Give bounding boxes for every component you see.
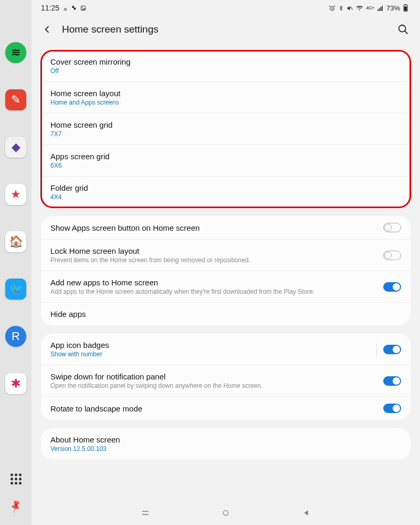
settings-content: Cover screen mirroringOffHome screen lay… (32, 43, 420, 525)
network-type: 4G+ (366, 5, 374, 11)
status-bar: 11:25 4G+ 73% (32, 0, 420, 16)
settings-row[interactable]: About Home screenVersion 12.5.00.103 (41, 428, 411, 459)
toggle-switch[interactable] (383, 223, 401, 232)
apps-drawer-icon[interactable] (10, 473, 22, 485)
row-description: Prevent items on the Home screen from be… (50, 256, 383, 264)
settings-card: About Home screenVersion 12.5.00.103 (41, 428, 411, 459)
settings-row[interactable]: Home screen grid7X7 (41, 114, 411, 145)
settings-card: Cover screen mirroringOffHome screen lay… (41, 50, 411, 208)
settings-row[interactable]: Show Apps screen button on Home screen (41, 216, 411, 240)
row-title: Swipe down for notification panel (50, 372, 383, 381)
wifi-icon (356, 5, 363, 12)
alarm-icon (329, 5, 335, 12)
search-button[interactable] (396, 22, 411, 37)
svg-rect-13 (404, 6, 407, 11)
row-title: Rotate to landscape mode (50, 404, 383, 413)
row-title: Lock Home screen layout (50, 246, 383, 255)
row-title: About Home screen (50, 435, 401, 444)
page-title: Home screen settings (62, 24, 159, 35)
settings-row[interactable]: Cover screen mirroringOff (41, 50, 411, 82)
row-title: Folder grid (50, 183, 401, 192)
home-button[interactable] (219, 507, 232, 519)
svg-rect-2 (74, 7, 76, 9)
edge-app-obsidian[interactable]: ◆ (5, 137, 26, 158)
row-subtitle: Off (50, 67, 401, 75)
row-description: Add apps to the Home screen automaticall… (50, 288, 383, 295)
bluetooth-icon (338, 5, 344, 12)
settings-row[interactable]: Rotate to landscape mode (41, 397, 411, 420)
settings-row[interactable]: Apps screen grid6X6 (41, 145, 411, 177)
row-subtitle: 7X7 (50, 130, 401, 138)
settings-row[interactable]: App icon badgesShow with number (41, 334, 411, 365)
row-title: Home screen layout (50, 89, 401, 98)
edge-app-r-app[interactable]: R (5, 326, 26, 347)
image-icon (80, 5, 86, 11)
row-title: Apps screen grid (50, 152, 401, 161)
back-nav-button[interactable] (300, 507, 312, 519)
svg-point-18 (223, 510, 228, 515)
toggle-switch[interactable] (383, 251, 401, 260)
edge-app-twitter[interactable]: 🐦 (5, 279, 26, 300)
svg-point-14 (399, 25, 406, 32)
svg-rect-0 (64, 9, 67, 10)
svg-rect-8 (379, 8, 380, 11)
settings-card: App icon badgesShow with numberSwipe dow… (41, 334, 411, 420)
row-title: App icon badges (50, 341, 376, 349)
svg-rect-10 (382, 6, 383, 11)
svg-rect-7 (377, 9, 379, 11)
mute-icon (346, 5, 353, 12)
screenshot-icon (71, 5, 77, 11)
toggle-switch[interactable] (383, 376, 401, 386)
row-subtitle: Show with number (50, 351, 376, 358)
settings-card: Show Apps screen button on Home screenLo… (41, 216, 411, 325)
row-subtitle: Version 12.5.00.103 (50, 445, 401, 452)
svg-line-15 (405, 31, 408, 34)
settings-row[interactable]: Add new apps to Home screenAdd apps to t… (41, 271, 411, 303)
settings-row[interactable]: Swipe down for notification panelOpen th… (41, 365, 411, 397)
edge-app-spotify[interactable]: ≋ (5, 42, 26, 63)
battery-percent: 73% (386, 4, 400, 12)
row-title: Show Apps screen button on Home screen (50, 223, 383, 232)
system-nav-bar (32, 504, 420, 525)
main-panel: Home screen settings Cover screen mirror… (32, 16, 420, 525)
svg-rect-9 (380, 7, 381, 11)
svg-rect-12 (405, 4, 406, 5)
recents-button[interactable] (139, 507, 152, 519)
pin-icon[interactable]: 📌 (8, 498, 24, 514)
toggle-switch[interactable] (383, 282, 401, 292)
row-title: Home screen grid (50, 120, 401, 129)
header: Home screen settings (32, 16, 420, 43)
edge-panel: ≋✎◆★🏠🐦R✱ 📌 (0, 0, 32, 525)
toggle-switch[interactable] (383, 345, 401, 354)
edge-app-espn[interactable]: ★ (5, 184, 26, 205)
row-description: Open the notification panel by swiping d… (50, 382, 383, 389)
svg-line-6 (351, 6, 352, 9)
svg-point-4 (82, 6, 83, 7)
row-title: Cover screen mirroring (50, 57, 401, 66)
svg-rect-1 (72, 6, 74, 8)
row-subtitle: 4X4 (50, 193, 401, 201)
download-icon (62, 5, 68, 11)
toggle-switch[interactable] (383, 404, 401, 413)
settings-row[interactable]: Folder grid4X4 (41, 177, 411, 208)
signal-icon (377, 5, 384, 12)
edge-app-todoist[interactable]: ✎ (5, 89, 26, 110)
row-title: Hide apps (50, 310, 401, 318)
settings-row[interactable]: Home screen layoutHome and Apps screens (41, 82, 411, 114)
battery-icon (403, 4, 408, 12)
status-time: 11:25 (41, 4, 59, 12)
settings-row[interactable]: Lock Home screen layoutPrevent items on … (41, 240, 411, 271)
row-title: Add new apps to Home screen (50, 278, 383, 287)
row-subtitle: Home and Apps screens (50, 99, 401, 106)
row-subtitle: 6X6 (50, 162, 401, 169)
edge-app-slack[interactable]: ✱ (5, 373, 26, 394)
edge-app-home[interactable]: 🏠 (5, 231, 26, 252)
settings-row[interactable]: Hide apps (41, 303, 411, 325)
back-button[interactable] (41, 23, 54, 36)
